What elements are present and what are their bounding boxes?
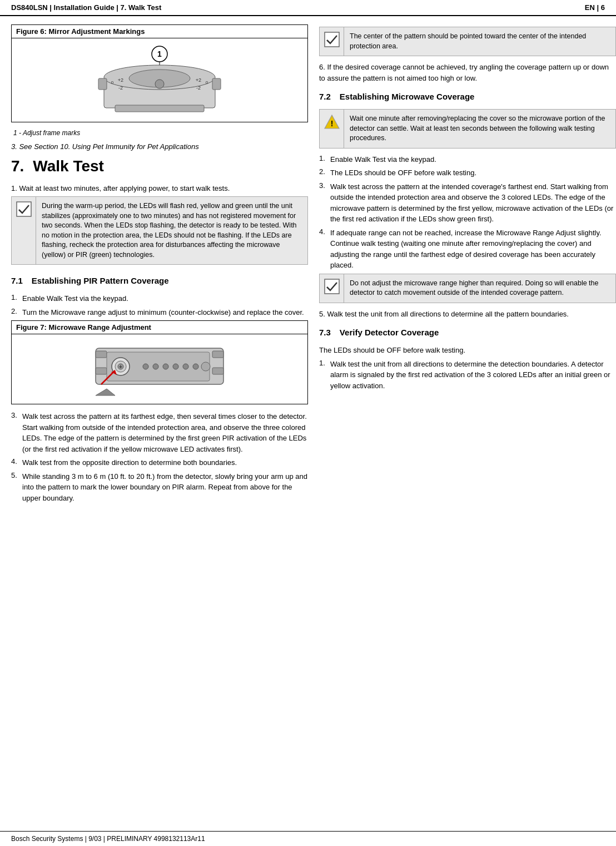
section73-header: 7.3 Verify Detector Coverage (319, 322, 616, 342)
microwave-step-item: 3.Walk test across the pattern at the in… (319, 181, 616, 225)
figure6-caption: 1 - Adjust frame marks (11, 129, 308, 137)
section71-number: 7.1 (11, 276, 23, 285)
microwave-step-item: 4.If adequate range can not be reached, … (319, 227, 616, 271)
note-icon-warning: ! (320, 110, 344, 148)
svg-rect-39 (325, 279, 339, 294)
section71-header: 7.1 Establishing PIR Pattern Coverage (11, 270, 308, 290)
svg-point-27 (143, 364, 148, 369)
step-text: If adequate range can not be reached, in… (330, 227, 616, 271)
svg-point-32 (193, 364, 198, 369)
svg-rect-12 (98, 78, 107, 90)
svg-marker-35 (96, 389, 115, 395)
pir-step-item: 5.While standing 3 m to 6 m (10 ft. to 2… (11, 471, 308, 504)
step-num: 4. (11, 457, 22, 468)
figure7-content: + (12, 334, 307, 404)
note2-text: Do not adjust the microwave range higher… (344, 274, 615, 303)
footer-text: Bosch Security Systems | 9/03 | PRELIMIN… (11, 835, 205, 843)
step-num: 3. (11, 411, 22, 454)
svg-point-28 (153, 364, 158, 369)
step71-2-num: 2. (11, 307, 22, 318)
pir-step-item: 3.Walk test across the pattern at its fa… (11, 411, 308, 454)
svg-text:!: ! (330, 119, 333, 128)
step1-text: 1. Wait at least two minutes, after appl… (11, 183, 308, 194)
mirror-adjustment-svg: 1 +2 0 -2 (82, 44, 237, 116)
figure6-title: Figure 6: Mirror Adjustment Markings (12, 25, 307, 38)
section7-number: 7. (11, 157, 24, 175)
section72-title: Establishing Microwave Coverage (340, 92, 475, 101)
page-header: DS840LSN | Installation Guide | 7. Walk … (0, 0, 616, 16)
step-num: 1. (319, 359, 330, 392)
note1-text: During the warm-up period, the LEDs will… (36, 197, 307, 264)
svg-text:-2: -2 (118, 85, 123, 91)
svg-rect-14 (115, 105, 204, 112)
step3-ref: 3. See Section 10. Using Pet Immunity fo… (11, 141, 308, 152)
left-column: Figure 6: Mirror Adjustment Markings 1 (11, 24, 308, 823)
note-box-1: During the warm-up period, the LEDs will… (11, 196, 308, 265)
note-box-center: The center of the pattern should be poin… (319, 27, 616, 56)
step-text: Walk test across the pattern at the inte… (330, 181, 616, 225)
main-content: Figure 6: Mirror Adjustment Markings 1 (0, 16, 616, 831)
svg-rect-36 (325, 32, 339, 47)
note-warning-text: Wait one minute after removing/replacing… (344, 110, 615, 148)
checkmark-icon-2 (324, 32, 340, 47)
step71-1-text: Enable Walk Test via the keypad. (22, 293, 128, 304)
step-text: The LEDs should be OFF before walk testi… (330, 167, 476, 179)
section73-number: 7.3 (319, 328, 331, 337)
svg-text:+2: +2 (196, 77, 201, 83)
page-wrapper: DS840LSN | Installation Guide | 7. Walk … (0, 0, 616, 846)
step6-text: 6. If the desired coverage cannot be ach… (319, 62, 616, 83)
svg-point-29 (163, 364, 168, 369)
figure7-box: Figure 7: Microwave Range Adjustment (11, 320, 308, 404)
note-icon-3 (320, 274, 344, 303)
svg-point-33 (201, 362, 210, 371)
note-icon-1 (12, 197, 36, 264)
right-column: The center of the pattern should be poin… (319, 24, 616, 823)
note-center-text: The center of the pattern should be poin… (344, 27, 615, 56)
verify-steps-list: 1.Walk test the unit from all directions… (319, 359, 616, 392)
section7-title: Walk Test (33, 157, 104, 175)
step71-1-item: 1. Enable Walk Test via the keypad. (11, 293, 308, 304)
header-left: DS840LSN | Installation Guide | 7. Walk … (11, 3, 161, 12)
section71-title: Establishing PIR Pattern Coverage (32, 276, 169, 285)
svg-rect-18 (96, 351, 107, 358)
svg-rect-19 (96, 368, 107, 374)
figure7-title: Figure 7: Microwave Range Adjustment (12, 321, 307, 334)
checkmark-icon-3 (324, 279, 340, 294)
figure6-content: 1 +2 0 -2 (12, 38, 307, 122)
note-box-warning: ! Wait one minute after removing/replaci… (319, 109, 616, 149)
page-footer: Bosch Security Systems | 9/03 | PRELIMIN… (0, 831, 616, 846)
microwave-step-item: 2.The LEDs should be OFF before walk tes… (319, 167, 616, 179)
note-icon-center (320, 27, 344, 56)
header-right: EN | 6 (585, 3, 605, 12)
svg-rect-13 (212, 78, 221, 90)
checkmark-icon (16, 201, 32, 217)
note-box-2: Do not adjust the microwave range higher… (319, 274, 616, 303)
microwave-range-svg: + (85, 340, 235, 398)
verify-step-item: 1.Walk test the unit from all directions… (319, 359, 616, 392)
step71-2-item: 2. Turn the Microwave range adjust to mi… (11, 307, 308, 318)
svg-text:-2: -2 (196, 85, 201, 91)
step-num: 5. (11, 471, 22, 504)
microwave-steps-list: 1.Enable Walk Test via the keypad.2.The … (319, 154, 616, 271)
section72-header: 7.2 Establishing Microwave Coverage (319, 86, 616, 106)
step-num: 3. (319, 181, 330, 225)
step-text: While standing 3 m to 6 m (10 ft. to 20 … (22, 471, 308, 504)
svg-rect-20 (212, 351, 223, 358)
svg-text:0: 0 (206, 80, 208, 85)
verify-intro: The LEDs should be OFF before walk testi… (319, 345, 616, 356)
step-num: 2. (319, 167, 330, 179)
step-text: Walk test the unit from all directions t… (330, 359, 616, 392)
step71-2-text: Turn the Microwave range adjust to minim… (22, 307, 304, 318)
svg-text:0: 0 (111, 80, 114, 85)
step-text: Walk test from the opposite direction to… (22, 457, 237, 468)
svg-point-31 (183, 364, 188, 369)
pir-step-item: 4.Walk test from the opposite direction … (11, 457, 308, 468)
step-text: Enable Walk Test via the keypad. (330, 154, 436, 165)
svg-text:+2: +2 (118, 77, 123, 83)
step-text: Walk test across the pattern at its fart… (22, 411, 308, 454)
step5-microwave: 5. Walk test the unit from all direction… (319, 309, 616, 320)
microwave-step-item: 1.Enable Walk Test via the keypad. (319, 154, 616, 165)
svg-text:+: + (119, 364, 122, 370)
section72-number: 7.2 (319, 92, 331, 101)
svg-rect-16 (17, 202, 31, 216)
